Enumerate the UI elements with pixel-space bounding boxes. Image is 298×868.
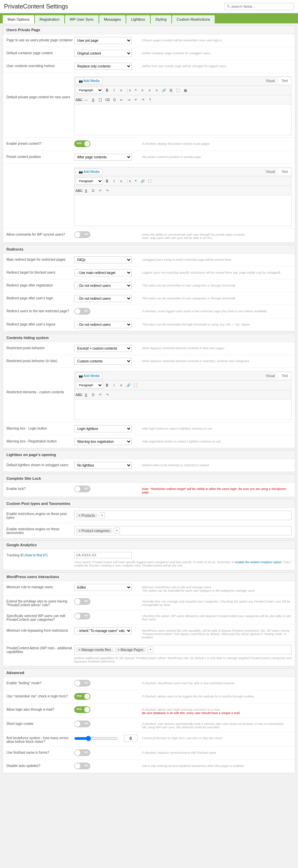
link-icon[interactable]: 🔗 [161,87,167,93]
tracking-hint-link[interactable]: (how to find it?) [25,553,48,557]
search-input[interactable] [231,4,292,9]
link-icon[interactable]: 🔗 [125,382,131,388]
main-target-select[interactable]: FAQz [74,256,132,263]
warn-login-select[interactable]: Login lightbox [74,425,132,432]
preset-pos-select[interactable]: After page contents [74,154,132,161]
more-icon[interactable]: ▦ [182,87,188,93]
visual-tab[interactable]: Visual [262,169,278,175]
search-box[interactable] [224,3,294,10]
redo-icon[interactable]: ↷ [104,392,110,398]
fullscreen-icon[interactable]: ⛶ [132,382,139,388]
align-right-icon[interactable]: ≡ [154,87,160,93]
specific-toggle[interactable]: NO [74,613,90,619]
strike-icon[interactable]: ABC [76,188,82,194]
short-cookie-toggle[interactable]: NO [74,721,90,727]
flname-toggle[interactable]: NO [74,749,90,756]
list-ul-icon[interactable]: ≡ [118,178,124,184]
warn-reg-select[interactable]: Warning box registration [74,438,132,445]
editor-content[interactable] [74,195,291,226]
bold-icon[interactable]: B [104,178,110,184]
help-icon[interactable]: ? [147,97,153,103]
color-icon[interactable]: A [90,97,96,103]
last-restricted-toggle[interactable]: NO [74,308,90,315]
add-tag-button[interactable]: + [147,647,153,653]
italic-icon[interactable]: I [111,382,117,388]
email-login-toggle[interactable]: YES [74,706,90,713]
undo-icon[interactable]: ↶ [97,392,103,398]
text-tab[interactable]: Text [278,169,291,175]
format-select[interactable]: Paragraph [76,178,103,184]
fullscreen-icon[interactable]: ⛶ [147,178,153,184]
redo-icon[interactable]: ↷ [140,97,146,103]
undo-icon[interactable]: ↶ [133,97,139,103]
color-icon[interactable]: A [83,188,89,194]
list-ul-icon[interactable]: ≡ [118,382,124,388]
fullscreen-icon[interactable]: ⛶ [175,87,181,93]
editor-content[interactable] [74,399,291,420]
char-icon[interactable]: Ω [90,188,96,194]
format-select[interactable]: Paragraph [76,87,103,94]
blocked-select[interactable]: - Use main redirect target [74,269,132,276]
strike-icon[interactable]: ABC [76,392,82,398]
add-media-button[interactable]: 📷 Add Media [76,169,103,175]
format-select[interactable]: Paragraph [76,382,103,389]
bold-icon[interactable]: B [104,382,110,388]
testing-toggle[interactable]: NO [74,680,90,687]
color-icon[interactable]: A [83,392,89,398]
bold-icon[interactable]: B [104,87,110,93]
bypass-select[interactable]: - inherit "To manage users" value [74,627,132,634]
paste-icon[interactable]: 📋 [97,97,103,103]
lists-behavior-select[interactable]: Custom contents [74,358,132,365]
char-icon[interactable]: Ω [111,97,118,103]
clear-icon[interactable]: ⌫ [104,97,110,103]
tracking-id-input[interactable] [74,552,132,558]
tax-tagbox[interactable]: × Product categories + [74,526,292,535]
after-logout-select[interactable]: - Do not redirect users [74,321,132,328]
tab-messages[interactable]: Messages [99,15,126,23]
indent-icon[interactable]: ⇥ [126,97,132,103]
tab-main-options[interactable]: Main Options [3,15,34,23]
tab-registration[interactable]: Registration [35,15,64,23]
align-center-icon[interactable]: ≡ [147,87,153,93]
undo-icon[interactable]: ↶ [97,188,103,194]
posts-behavior-select[interactable]: Excerpt + custom contents [74,345,132,352]
tag-product-categories[interactable]: × Product categories [76,528,112,533]
editor-content[interactable] [74,104,291,135]
text-tab[interactable]: Text [278,78,291,84]
quote-icon[interactable]: ❝ [132,178,139,184]
unlink-icon[interactable]: ⛓ [168,87,174,93]
admin-cap-tagbox[interactable]: × Manage media files × Manage Pages + [74,645,292,654]
redo-icon[interactable]: ↷ [104,188,110,194]
quote-icon[interactable]: ❝ [132,87,139,93]
add-media-button[interactable]: 📷 Add Media [76,373,103,379]
list-ul-icon[interactable]: ≡ [118,87,124,93]
italic-icon[interactable]: I [111,178,117,184]
remember-toggle[interactable]: YES [74,693,90,700]
preset-toggle[interactable]: YES [74,140,90,147]
align-left-icon[interactable]: ≡ [140,87,146,93]
tab-styling[interactable]: Styling [151,15,171,23]
text-tab[interactable]: Text [278,373,291,379]
char-icon[interactable]: Ω [90,392,96,398]
min-role-select[interactable]: Editor [74,584,132,591]
after-reg-select[interactable]: - Do not redirect users [74,282,132,289]
visual-tab[interactable]: Visual [262,78,278,84]
list-ol-icon[interactable]: ⋮≡ [125,87,131,93]
italic-icon[interactable]: I [111,87,117,93]
enable-lock-toggle[interactable]: NO [74,486,90,492]
link-icon[interactable]: 🔗 [140,178,146,184]
strike-icon[interactable]: ABC [76,97,82,103]
tag-manage-media[interactable]: × Manage media files [76,647,113,652]
list-ol-icon[interactable]: ⋮≡ [125,178,131,184]
allow-comments-toggle[interactable]: NO [74,231,90,238]
after-login-select[interactable]: - Do not redirect users [74,295,132,302]
add-media-button[interactable]: 📷 Add Media [76,78,103,84]
tab-custom-restrictions[interactable]: Custom Restrictions [172,15,215,23]
pvt-page-select[interactable]: User pvt page [74,37,132,44]
default-container-select[interactable]: Original content [74,50,132,57]
tab-lightbox[interactable]: Lightbox [126,15,150,23]
extend-priv-toggle[interactable]: NO [74,598,90,605]
override-method-select[interactable]: Replace only contents [74,63,132,70]
tab-wp-user-sync[interactable]: WP User Sync [65,15,99,23]
tag-manage-pages[interactable]: × Manage Pages [115,647,146,652]
